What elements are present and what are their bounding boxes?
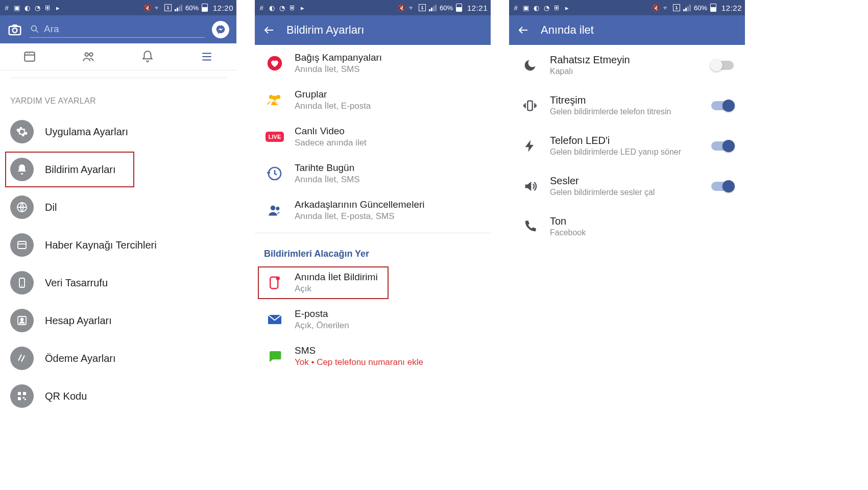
menu-label: Hesap Ayarları [45,315,112,327]
svg-point-5 [89,53,93,56]
menu-account-settings[interactable]: Hesap Ayarları [0,302,236,339]
sync-icon: ◐ [23,4,31,11]
menu-app-settings[interactable]: Uygulama Ayarları [0,113,236,151]
sms-icon [264,346,285,367]
toggle-sounds[interactable] [711,182,734,191]
svg-point-2 [31,26,36,31]
sync-icon: ◐ [268,4,275,11]
sim-icon: 1 [164,4,172,11]
tab-friends[interactable] [59,43,118,70]
option-led[interactable]: Telefon LED'iGelen bildirimlerde LED yan… [509,126,745,166]
option-vibrate[interactable]: TitreşimGelen bildirimlerde telefon titr… [509,85,745,126]
option-tone[interactable]: TonFacebook [509,206,745,247]
feed-icon [10,233,34,257]
search-input[interactable]: Ara [30,21,205,38]
dest-sub: Yok • Cep telefonu numaranı ekle [295,357,423,368]
menu-label: Veri Tasarrufu [45,277,108,289]
dest-title: Anında İlet Bildirimi [295,272,378,283]
svg-rect-14 [23,397,25,399]
hash-icon: # [3,4,10,11]
account-icon [10,309,34,332]
signal-icon [683,5,691,11]
menu-notification-settings[interactable]: Bildirim Ayarları [0,151,236,188]
gear-icon [10,120,34,143]
tab-menu[interactable] [177,43,236,70]
menu-qr-code[interactable]: QR Kodu [0,377,236,415]
friends-icon [264,200,285,221]
camera-icon[interactable] [7,22,22,37]
messenger-icon [215,24,226,35]
svg-rect-13 [18,397,21,400]
option-dnd[interactable]: Rahatsız EtmeyinKapalı [509,45,745,85]
option-title: Sesler [550,175,701,187]
toggle-dnd[interactable] [711,61,734,70]
phone-icon [10,271,34,295]
battery-percent: 60% [185,4,199,12]
bolt-icon [520,136,540,156]
shield-icon: ⛨ [288,4,296,11]
push-icon [264,272,285,293]
option-sounds[interactable]: SeslerGelen bildirimlerde sesler çal [509,166,745,206]
qr-icon [10,384,34,408]
battery-icon [202,4,208,12]
search-icon [30,24,40,34]
option-sub: Facebook [550,228,734,237]
setting-fundraisers[interactable]: Bağış KampanyalarıAnında İlet, SMS [255,45,491,82]
toggle-vibrate[interactable] [711,101,734,110]
card-icon [10,347,34,370]
bell-icon [10,158,34,181]
setting-groups[interactable]: GruplarAnında İlet, E-posta [255,82,491,118]
menu-data-saver[interactable]: Veri Tasarrufu [0,264,236,302]
pie-icon: ◔ [543,4,550,11]
setting-friend-updates[interactable]: Arkadaşlarının GüncellemeleriAnında İlet… [255,192,491,229]
tab-feed[interactable] [0,43,59,70]
group-icon [264,89,285,111]
dest-title: SMS [295,345,423,356]
play-icon: ▸ [54,4,61,11]
notification-categories: Bağış KampanyalarıAnında İlet, SMS Grupl… [255,45,491,229]
back-button[interactable] [263,24,275,36]
battery-percent: 60% [440,4,453,12]
setting-sub: Anında İlet, E-posta, SMS [295,211,425,222]
hash-icon: # [258,4,265,11]
menu-payment-settings[interactable]: Ödeme Ayarları [0,339,236,377]
wifi-icon: ᯤ [154,4,161,11]
tab-notifications[interactable] [118,43,178,70]
status-bar: # ◐ ◔ ⛨ ▸ 🔇 ᯤ 1 60% 12:21 [255,0,491,15]
menu-label: Uygulama Ayarları [45,126,128,138]
setting-on-this-day[interactable]: Tarihte BugünAnında İlet, SMS [255,155,491,192]
sim-icon: 1 [673,4,680,11]
dest-sms[interactable]: SMSYok • Cep telefonu numaranı ekle [255,338,491,375]
play-icon: ▸ [299,4,306,11]
toggle-led[interactable] [711,141,734,151]
setting-live-video[interactable]: LIVE Canlı VideoSadece anında ilet [255,118,491,155]
svg-point-23 [276,277,280,281]
dest-email[interactable]: E-postaAçık, Önerilen [255,301,491,338]
svg-rect-7 [18,241,26,249]
destinations: Anında İlet BildirimiAçık E-postaAçık, Ö… [255,264,491,375]
svg-point-21 [276,207,279,210]
option-sub: Gelen bildirimlerde telefon titresin [550,107,701,116]
screen-notification-settings: # ◐ ◔ ⛨ ▸ 🔇 ᯤ 1 60% 12:21 Bildirim Ayarl… [255,0,491,490]
setting-sub: Anında İlet, E-posta [295,101,371,111]
globe-icon [10,195,34,219]
menu-feed-prefs[interactable]: Haber Kaynağı Tercihleri [0,226,236,264]
back-button[interactable] [517,24,529,36]
hash-icon: # [512,4,519,11]
page-header: Bildirim Ayarları [255,15,491,45]
dest-push[interactable]: Anında İlet BildirimiAçık [255,264,491,301]
messenger-button[interactable] [212,21,229,38]
status-bar: # ▣ ◐ ◔ ⛨ ▸ 🔇 ᯤ 1 60% 12:20 [0,0,236,15]
phone-handset-icon [520,217,540,236]
menu-language[interactable]: Dil [0,188,236,226]
setting-title: Gruplar [295,89,371,100]
battery-percent: 60% [694,4,707,12]
option-sub: Kapalı [550,67,701,76]
pie-icon: ◔ [278,4,285,11]
battery-icon [456,4,462,12]
mute-icon: 🔇 [653,4,660,11]
svg-point-10 [21,318,23,321]
dest-sub: Açık [295,284,378,294]
mail-icon [264,309,285,330]
menu-label: Ödeme Ayarları [45,353,116,364]
